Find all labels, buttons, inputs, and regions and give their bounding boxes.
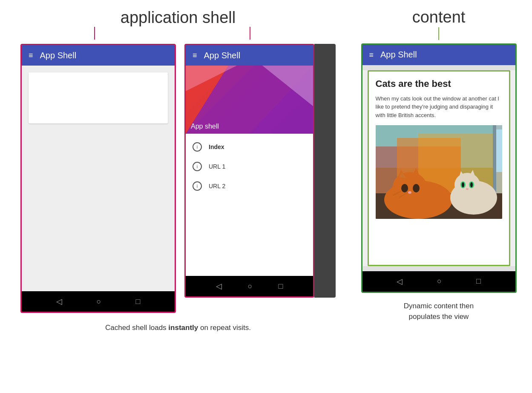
phone2-back-icon: ◁ xyxy=(216,281,222,291)
phone1-frame: ≡ App Shell ◁ ○ □ xyxy=(20,44,176,313)
right-caption: Dynamic content then populates the view xyxy=(404,301,474,322)
phone2-content: App shell i Index xyxy=(186,66,313,276)
drawer-item-url2[interactable]: i URL 2 xyxy=(186,176,313,196)
right-block: content ≡ App Shell Cats are the best Wh… xyxy=(354,6,523,322)
svg-point-31 xyxy=(470,182,473,187)
phone2-navbar: ◁ ○ □ xyxy=(186,276,313,296)
phone2-title: App Shell xyxy=(204,51,241,60)
phone3-wrapper: ≡ App Shell Cats are the best When my ca… xyxy=(361,43,517,293)
arrows-row xyxy=(16,27,340,44)
phone1-wrapper: ≡ App Shell ◁ ○ □ xyxy=(20,44,176,313)
right-arrow-wrapper xyxy=(438,26,439,43)
phone3-frame: ≡ App Shell Cats are the best When my ca… xyxy=(361,43,517,293)
phone3-content: Cats are the best When my cats look out … xyxy=(362,70,515,266)
svg-point-15 xyxy=(393,172,427,202)
phone2-recent-icon: □ xyxy=(279,282,283,291)
drawer-filler xyxy=(186,196,313,273)
drawer-item-label-index: Index xyxy=(209,143,224,150)
phone1-title: App Shell xyxy=(40,51,77,60)
phone3-home-icon: ○ xyxy=(437,277,442,286)
left-mid-block: application shell ≡ App Shell xyxy=(9,6,348,333)
content-label: content xyxy=(412,8,466,26)
drawer-app-name-wrapper: App shell xyxy=(186,119,313,134)
phone1-appbar: ≡ App Shell xyxy=(22,45,175,66)
arrow-line-1 xyxy=(94,27,95,40)
content-title: Cats are the best xyxy=(376,78,502,89)
drawer-item-icon-url1: i xyxy=(193,162,202,171)
drawer-item-label-url2: URL 2 xyxy=(209,183,225,189)
drawer-list: i Index i URL 1 xyxy=(186,134,313,276)
phone3-appbar: ≡ App Shell xyxy=(362,45,515,65)
svg-point-25 xyxy=(454,173,480,197)
dark-strip xyxy=(314,44,336,298)
phone1-home-icon: ○ xyxy=(97,297,101,306)
drawer-item-url1[interactable]: i URL 1 xyxy=(186,157,313,176)
phone3-title: App Shell xyxy=(380,50,417,60)
drawer-item-icon-index: i xyxy=(193,142,202,152)
drawer-app-name: App shell xyxy=(191,123,219,130)
right-arrow-line xyxy=(438,27,439,40)
right-caption-line2: populates the view xyxy=(404,311,474,322)
phone3-navbar: ◁ ○ □ xyxy=(362,271,515,292)
drawer-item-label-url1: URL 1 xyxy=(209,163,225,170)
phone2-appbar: ≡ App Shell xyxy=(186,45,313,66)
left-caption: Cached shell loads instantly on repeat v… xyxy=(105,322,251,333)
phone1-navbar: ◁ ○ □ xyxy=(22,291,175,312)
phone2-wrapper: ≡ App Shell xyxy=(184,44,336,298)
right-caption-line1: Dynamic content then xyxy=(404,301,474,312)
phone1-card xyxy=(29,72,168,123)
phone2-home-icon: ○ xyxy=(248,282,253,291)
svg-point-19 xyxy=(401,184,408,192)
phone3-menu-icon: ≡ xyxy=(369,51,374,59)
phone3-recent-icon: □ xyxy=(476,277,481,286)
cat-image xyxy=(376,125,502,219)
arrow-line-2 xyxy=(250,27,250,40)
content-card: Cats are the best When my cats look out … xyxy=(368,70,510,266)
caption-left-text: Cached shell loads xyxy=(105,324,168,332)
arrow-to-phone2 xyxy=(250,27,250,40)
cat-svg xyxy=(376,125,502,219)
application-shell-label: application shell xyxy=(121,9,236,26)
caption-bold: instantly xyxy=(168,324,198,332)
phones-pair: ≡ App Shell ◁ ○ □ xyxy=(20,44,336,313)
content-text: When my cats look out the window at anot… xyxy=(376,95,502,120)
phone1-menu-icon: ≡ xyxy=(29,52,33,59)
phone1-back-icon: ◁ xyxy=(56,297,62,306)
caption-suffix: on repeat visits. xyxy=(198,324,251,332)
content-label-wrapper: content xyxy=(412,9,466,26)
phone3-back-icon: ◁ xyxy=(397,277,403,286)
phone2-frame: ≡ App Shell xyxy=(184,44,314,298)
page-layout: application shell ≡ App Shell xyxy=(0,0,532,333)
drawer-item-icon-url2: i xyxy=(193,181,202,191)
svg-point-20 xyxy=(413,184,420,192)
phone2-menu-icon: ≡ xyxy=(193,52,197,59)
phone1-content xyxy=(22,66,175,291)
svg-point-21 xyxy=(408,191,411,194)
drawer-item-index[interactable]: i Index xyxy=(186,137,313,157)
svg-point-32 xyxy=(466,188,469,190)
svg-rect-12 xyxy=(496,129,502,172)
phone1-recent-icon: □ xyxy=(136,297,141,306)
drawer-header: App shell xyxy=(186,66,313,134)
arrow-to-phone1 xyxy=(94,27,95,40)
svg-point-30 xyxy=(462,182,464,187)
